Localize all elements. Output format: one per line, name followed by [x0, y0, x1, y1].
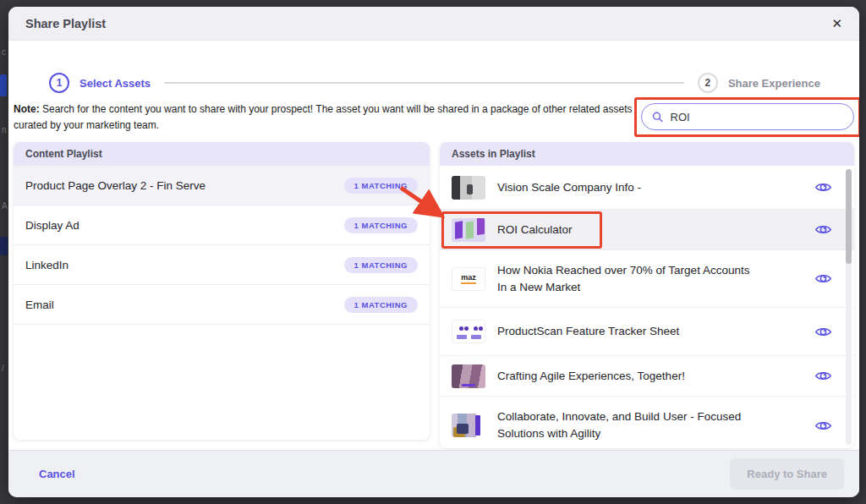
matching-count-badge: 1 MATCHING — [344, 217, 418, 233]
content-playlist-rows: Product Page Overlay 2 - Fin Serve 1 MAT… — [14, 166, 430, 325]
matching-count-badge: 1 MATCHING — [344, 257, 418, 273]
step-1-circle: 1 — [49, 73, 69, 93]
preview-eye-icon[interactable] — [814, 326, 832, 338]
stepper-connector-line — [164, 82, 684, 84]
backdrop-glyph: c — [2, 47, 6, 57]
assets-in-playlist-panel: Assets in Playlist Vision Scale Company … — [440, 142, 854, 448]
asset-title: Collaborate, Innovate, and Build User - … — [497, 408, 759, 441]
backdrop-blue-icon — [0, 74, 7, 96]
asset-row[interactable]: Crafting Agile Experiences, Together! — [440, 356, 854, 397]
asset-row[interactable]: Vision Scale Company Info - — [440, 166, 854, 210]
content-playlist-panel: Content Playlist Product Page Overlay 2 … — [14, 142, 430, 440]
playlist-row[interactable]: Email 1 MATCHING — [14, 285, 430, 325]
asset-search-box[interactable] — [641, 103, 854, 130]
share-playlist-modal: Share Playlist ✕ 1 Select Assets 2 Share… — [8, 7, 859, 497]
note-text: Note: Search for the content you want to… — [14, 101, 639, 134]
scrollbar-thumb[interactable] — [846, 169, 852, 264]
search-icon — [652, 111, 664, 123]
step-2-circle: 2 — [698, 73, 718, 93]
thumbnail-logo-text: maz — [461, 273, 476, 285]
matching-count-badge: 1 MATCHING — [344, 297, 418, 313]
preview-eye-icon[interactable] — [814, 419, 832, 432]
preview-eye-icon[interactable] — [814, 181, 832, 194]
asset-title: ROI Calculator — [497, 222, 573, 238]
step-1-label: Select Assets — [79, 77, 151, 90]
backdrop-glyph: A — [2, 201, 8, 211]
playlist-row-label: Product Page Overlay 2 - Fin Serve — [25, 179, 206, 192]
asset-row[interactable]: ROI Calculator — [440, 210, 854, 250]
note-body: Search for the content you want to share… — [14, 103, 633, 131]
matching-count-badge: 1 MATCHING — [344, 178, 418, 194]
backdrop-dark-icon — [0, 237, 8, 255]
asset-thumbnail — [452, 176, 485, 200]
modal-footer: Cancel Ready to Share — [8, 450, 859, 497]
asset-title: How Nokia Reached over 70% of Target Acc… — [497, 262, 759, 295]
asset-thumbnail — [452, 218, 485, 242]
preview-eye-icon[interactable] — [814, 223, 832, 236]
asset-title: Vision Scale Company Info - — [497, 179, 641, 196]
asset-title: ProductScan Feature Tracker Sheet — [497, 323, 679, 340]
step-2-label: Share Experience — [728, 77, 820, 90]
stepper: 1 Select Assets 2 Share Experience — [49, 71, 820, 95]
asset-thumbnail: maz — [452, 267, 485, 291]
cancel-button[interactable]: Cancel — [39, 468, 75, 480]
search-input[interactable] — [671, 111, 843, 123]
assets-panel-rows: Vision Scale Company Info - ROI Calculat… — [440, 166, 854, 448]
playlist-row-label: Email — [25, 299, 54, 311]
backdrop-glyph: n — [2, 125, 7, 134]
asset-thumbnail — [452, 320, 485, 343]
asset-row[interactable]: Collaborate, Innovate, and Build User - … — [440, 397, 854, 448]
modal-header: Share Playlist ✕ — [8, 7, 859, 41]
asset-row[interactable]: maz How Nokia Reached over 70% of Target… — [440, 250, 854, 308]
asset-title: Crafting Agile Experiences, Together! — [497, 368, 685, 385]
playlist-row[interactable]: LinkedIn 1 MATCHING — [14, 245, 430, 285]
asset-thumbnail — [452, 364, 485, 388]
note-prefix: Note: — [14, 103, 40, 115]
preview-eye-icon[interactable] — [814, 370, 832, 382]
ready-to-share-button[interactable]: Ready to Share — [730, 458, 844, 490]
playlist-row[interactable]: Display Ad 1 MATCHING — [14, 205, 430, 245]
asset-thumbnail — [452, 414, 485, 437]
playlist-row[interactable]: Product Page Overlay 2 - Fin Serve 1 MAT… — [14, 166, 430, 205]
content-playlist-header: Content Playlist — [14, 142, 430, 166]
backdrop-glyph: / — [2, 364, 4, 373]
playlist-row-label: Display Ad — [25, 219, 79, 232]
asset-row[interactable]: ProductScan Feature Tracker Sheet — [440, 308, 854, 356]
preview-eye-icon[interactable] — [814, 272, 832, 285]
assets-panel-header: Assets in Playlist — [440, 142, 854, 166]
playlist-row-label: LinkedIn — [25, 259, 69, 271]
close-icon[interactable]: ✕ — [828, 14, 846, 33]
modal-title: Share Playlist — [25, 17, 106, 30]
